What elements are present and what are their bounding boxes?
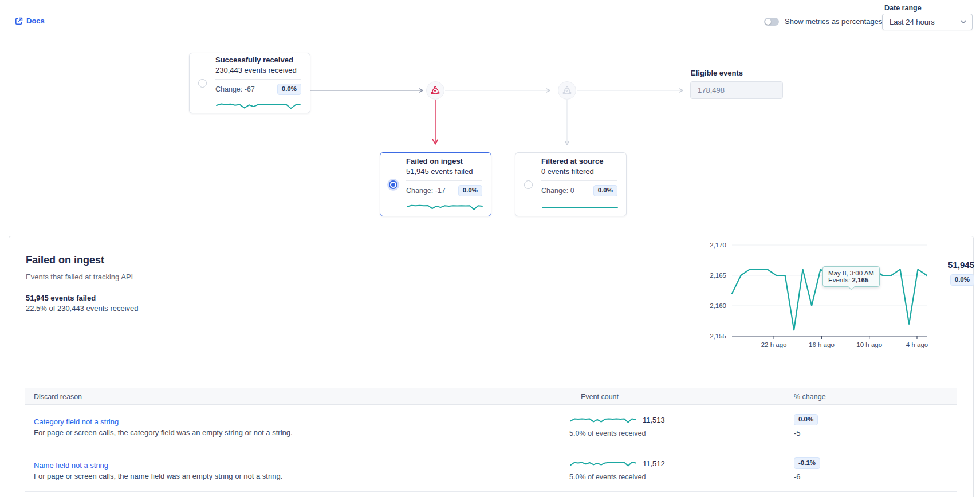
chart-tooltip: May 8, 3:00 AM Events: 2,165: [822, 266, 880, 287]
discard-reasons-table: Discard reason Event count % change Cate…: [25, 388, 957, 492]
percentages-toggle-row: Show metrics as percentages: [764, 17, 883, 26]
card-content: Failed on ingest 51,945 events failed Ch…: [406, 157, 482, 212]
change-cell: -0.1% -6: [794, 457, 820, 481]
change-value: -6: [794, 472, 820, 481]
card-filtered-at-source[interactable]: Filtered at source 0 events filtered Cha…: [515, 152, 627, 216]
eligible-events-value: 178,498: [698, 86, 725, 94]
count-cell: 11,512 5.0% of events received: [569, 459, 665, 481]
stat-percent-of-received: 22.5% of 230,443 events received: [26, 304, 139, 313]
change-badge: 0.0%: [593, 185, 617, 196]
change-label: Change: -17: [406, 187, 446, 195]
table-header: Discard reason Event count % change: [25, 388, 957, 405]
radio-col: [198, 79, 215, 88]
discard-reason-description: For page or screen calls, the name field…: [34, 472, 503, 480]
panel-subtitle: Events that failed at tracking API: [26, 273, 133, 281]
change-label: Change: 0: [541, 187, 574, 195]
row-sparkline: [569, 415, 637, 424]
card-title: Filtered at source: [541, 157, 617, 165]
received-sparkline: [215, 100, 301, 111]
row-sparkline: [569, 459, 637, 468]
filter-node: [558, 81, 576, 100]
reason-cell: Name field not a string For page or scre…: [34, 461, 503, 480]
svg-text:10 h ago: 10 h ago: [856, 341, 882, 348]
ingest-validation-icon: [430, 85, 440, 96]
eligible-events-field: 178,498: [690, 81, 783, 99]
table-row: Name field not a string For page or scre…: [25, 448, 957, 492]
failed-on-ingest-panel: Failed on ingest Events that failed at t…: [9, 236, 974, 497]
discard-reason-link[interactable]: Category field not a string: [34, 417, 119, 426]
filter-validation-icon: [562, 85, 572, 96]
date-range-label: Date range: [884, 4, 922, 12]
event-count-value: 11,512: [643, 459, 665, 468]
svg-text:2,155: 2,155: [710, 333, 726, 340]
stat-events-failed: 51,945 events failed: [26, 294, 96, 302]
date-range-value: Last 24 hours: [890, 18, 935, 26]
tooltip-date: May 8, 3:00 AM: [828, 270, 874, 277]
toggle-knob: [765, 19, 771, 25]
svg-text:2,170: 2,170: [710, 242, 726, 249]
received-radio[interactable]: [198, 79, 207, 88]
date-range-select[interactable]: Last 24 hours: [882, 14, 973, 30]
panel-title: Failed on ingest: [26, 254, 104, 266]
divider: [215, 79, 301, 80]
radio-col: [389, 180, 406, 189]
svg-text:22 h ago: 22 h ago: [761, 341, 787, 348]
chart-total-badge: 0.0%: [950, 274, 974, 286]
card-failed-on-ingest[interactable]: Failed on ingest 51,945 events failed Ch…: [380, 152, 491, 216]
reason-cell: Category field not a string For page or …: [34, 417, 503, 437]
divider: [541, 180, 617, 181]
change-value: -5: [794, 429, 818, 437]
docs-link[interactable]: Docs: [15, 17, 45, 25]
ingest-node: [426, 81, 444, 100]
change-badge: 0.0%: [458, 185, 482, 196]
svg-text:4 h ago: 4 h ago: [906, 341, 928, 348]
svg-text:2,160: 2,160: [710, 302, 726, 309]
tooltip-events: Events: 2,165: [828, 277, 874, 283]
external-link-icon: [15, 17, 23, 25]
failed-radio[interactable]: [389, 180, 397, 189]
filtered-sparkline: [541, 202, 619, 212]
card-title: Failed on ingest: [406, 157, 482, 165]
failed-sparkline: [406, 202, 483, 212]
chart-total: 51,945: [917, 260, 974, 270]
change-cell: 0.0% -5: [794, 414, 818, 437]
svg-text:2,165: 2,165: [710, 272, 726, 279]
event-count-value: 11,513: [643, 416, 665, 424]
card-content: Successfully received 230,443 events rec…: [215, 56, 301, 111]
change-badge: 0.0%: [277, 84, 301, 95]
chevron-down-icon: [961, 20, 966, 24]
show-percentages-toggle[interactable]: [764, 18, 779, 26]
percent-change-badge: -0.1%: [794, 457, 820, 469]
card-subtitle: 230,443 events received: [215, 66, 301, 74]
toggle-label: Show metrics as percentages: [785, 17, 883, 26]
percent-of-events: 5.0% of events received: [569, 429, 665, 437]
percent-of-events: 5.0% of events received: [569, 473, 665, 481]
col-percent-change: % change: [794, 393, 826, 401]
card-subtitle: 51,945 events failed: [406, 167, 482, 176]
failed-events-chart[interactable]: 2,1552,1602,1652,17022 h ago16 h ago10 h…: [691, 236, 931, 360]
divider: [406, 180, 482, 181]
filtered-radio[interactable]: [524, 180, 533, 189]
table-row: Category field not a string For page or …: [25, 405, 957, 448]
discard-reason-description: For page or screen calls, the category f…: [34, 428, 503, 437]
chart-summary: 51,945 0.0%: [917, 260, 974, 286]
count-cell: 11,513 5.0% of events received: [569, 415, 665, 437]
change-label: Change: -67: [215, 85, 255, 93]
col-event-count: Event count: [581, 393, 619, 401]
card-subtitle: 0 events filtered: [541, 167, 617, 176]
svg-text:16 h ago: 16 h ago: [809, 341, 835, 348]
card-title: Successfully received: [215, 56, 301, 64]
col-discard-reason: Discard reason: [34, 393, 82, 401]
discard-reason-link[interactable]: Name field not a string: [34, 461, 108, 470]
eligible-events-label: Eligible events: [691, 69, 743, 77]
percent-change-badge: 0.0%: [794, 414, 818, 425]
card-successfully-received[interactable]: Successfully received 230,443 events rec…: [189, 53, 310, 113]
docs-link-label: Docs: [26, 17, 45, 25]
radio-col: [524, 180, 541, 189]
card-content: Filtered at source 0 events filtered Cha…: [541, 157, 617, 212]
chart-canvas: 2,1552,1602,1652,17022 h ago16 h ago10 h…: [691, 236, 931, 360]
